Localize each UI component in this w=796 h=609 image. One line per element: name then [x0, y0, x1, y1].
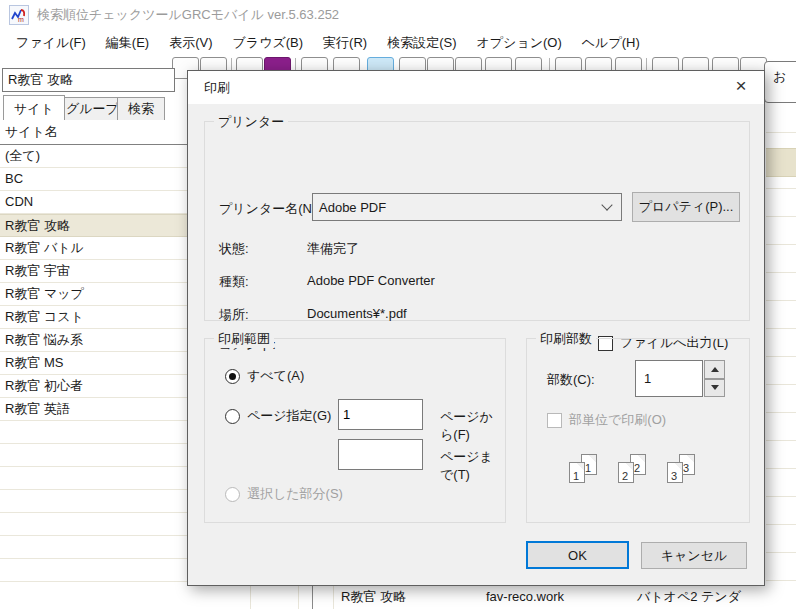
page-icon: 1 — [569, 462, 585, 483]
copies-label: 部数(C): — [547, 371, 595, 389]
printer-group: プリンター プリンター名(N): Adobe PDF プロパティ(P)... 状… — [204, 121, 750, 321]
status-label: 状態: — [219, 240, 249, 258]
site-filter-combobox[interactable]: R教官 攻略 — [2, 68, 175, 92]
menu-item[interactable]: ファイル(F) — [6, 31, 96, 55]
cancel-button[interactable]: キャンセル — [641, 542, 747, 569]
site-list-empty-row — [0, 467, 187, 490]
type-value: Adobe PDF Converter — [307, 273, 435, 288]
ok-button[interactable]: OK — [526, 541, 629, 569]
range-all-radio[interactable] — [225, 369, 240, 384]
tab-label: 検索 — [128, 101, 154, 116]
dialog-title-bar[interactable]: 印刷 × — [188, 71, 764, 104]
site-list-item[interactable]: R教官 MS — [0, 352, 187, 375]
site-list-item[interactable]: (全て) — [0, 145, 187, 168]
right-panel-rows — [766, 105, 796, 609]
site-list-empty-row — [0, 444, 187, 467]
site-list-header[interactable]: サイト名 — [0, 120, 187, 145]
panel-border — [312, 586, 313, 609]
range-selection-radio — [225, 487, 240, 502]
menu-item[interactable]: ヘルプ(H) — [572, 31, 650, 55]
printer-name-combobox[interactable]: Adobe PDF — [312, 193, 622, 221]
range-selection-label: 選択した部分(S) — [247, 485, 343, 503]
menu-item[interactable]: 実行(R) — [313, 31, 377, 55]
dialog-title: 印刷 — [204, 71, 230, 104]
site-list-empty-row — [0, 513, 187, 536]
menu-item[interactable]: 表示(V) — [159, 31, 222, 55]
copies-value[interactable]: 1 — [635, 360, 703, 397]
cell-site[interactable]: R教官 攻略 — [341, 586, 406, 609]
close-icon[interactable]: × — [718, 71, 764, 103]
menu-item[interactable]: ブラウズ(B) — [223, 31, 314, 55]
collate-label: 部単位で印刷(O) — [569, 411, 666, 429]
window-title: 検索順位チェックツールGRCモバイル ver.5.63.252 — [37, 6, 339, 24]
site-list-item[interactable]: BC — [0, 168, 187, 191]
menu-item[interactable]: オプション(O) — [466, 31, 571, 55]
title-bar: m 検索順位チェックツールGRCモバイル ver.5.63.252 — [0, 0, 796, 30]
printer-name-value: Adobe PDF — [313, 200, 603, 215]
collate-page-pair: 2 2 — [614, 454, 650, 483]
spin-down-icon[interactable] — [704, 379, 725, 398]
favorites-button[interactable]: お — [764, 61, 796, 103]
tab-label: グループ — [66, 101, 119, 116]
location-label: 場所: — [219, 306, 249, 324]
collate-pages-icon: 1 1 2 2 3 3 — [565, 454, 699, 483]
column-separator — [298, 586, 299, 609]
site-list-item[interactable]: R教官 コスト — [0, 306, 187, 329]
menu-item[interactable]: 検索設定(S) — [377, 31, 466, 55]
page-to-input[interactable] — [338, 439, 423, 470]
site-list-item[interactable]: R教官 宇宙 — [0, 260, 187, 283]
background-table-row: R教官 攻略 fav-reco.work バトオペ2 テンダ — [0, 586, 796, 609]
site-list-item[interactable]: R教官 英語 — [0, 398, 187, 421]
site-list-empty-row — [0, 536, 187, 559]
menu-item[interactable]: 編集(E) — [96, 31, 159, 55]
right-panel-selected-row — [766, 148, 796, 177]
site-list-item[interactable]: CDN — [0, 191, 187, 214]
column-separator — [333, 586, 334, 609]
site-list-item[interactable]: R教官 初心者 — [0, 375, 187, 398]
type-label: 種類: — [219, 273, 249, 291]
range-selection-field: 選択した部分(S) — [225, 485, 343, 503]
site-list-empty-row — [0, 490, 187, 513]
tab-label: サイト — [14, 101, 54, 116]
copies-group-label: 印刷部数 — [536, 330, 596, 348]
page-icon: 3 — [667, 462, 683, 483]
printer-name-label: プリンター名(N): — [219, 200, 320, 218]
page-icon: 2 — [618, 462, 634, 483]
range-pages-field[interactable]: ページ指定(G) — [225, 407, 331, 425]
column-separator — [250, 586, 251, 609]
copies-spinner[interactable]: 1 — [635, 360, 725, 397]
cell-keyword[interactable]: バトオペ2 テンダ — [637, 586, 741, 609]
range-group-label: 印刷範囲 — [214, 330, 274, 348]
site-list-item[interactable]: R教官 バトル — [0, 237, 187, 260]
site-list: (全て)BCCDNR教官 攻略R教官 バトルR教官 宇宙R教官 マップR教官 コ… — [0, 145, 187, 609]
site-list-empty-row — [0, 559, 187, 582]
status-value: 準備完了 — [307, 240, 359, 258]
properties-button[interactable]: プロパティ(P)... — [632, 192, 740, 222]
collate-page-pair: 3 3 — [663, 454, 699, 483]
location-value: Documents¥*.pdf — [307, 306, 407, 321]
page-to-label: ページまで(T) — [440, 448, 505, 484]
spin-up-icon[interactable] — [704, 360, 725, 379]
tab-site[interactable]: サイト — [3, 95, 65, 120]
app-icon: m — [9, 5, 29, 25]
collate-checkbox — [547, 413, 562, 428]
site-list-item[interactable]: R教官 攻略 — [0, 214, 187, 237]
range-all-field[interactable]: すべて(A) — [225, 367, 304, 385]
collate-page-pair: 1 1 — [565, 454, 601, 483]
range-pages-radio[interactable] — [225, 409, 240, 424]
site-list-empty-row — [0, 421, 187, 444]
site-list-item[interactable]: R教官 マップ — [0, 283, 187, 306]
collate-field: 部単位で印刷(O) — [547, 411, 666, 429]
print-dialog: 印刷 × プリンター プリンター名(N): Adobe PDF プロパティ(P)… — [187, 70, 765, 586]
page-from-label: ページから(F) — [440, 408, 505, 444]
site-list-item[interactable]: R教官 悩み系 — [0, 329, 187, 352]
print-range-group: 印刷範囲 すべて(A) ページ指定(G) ページから(F) ページまで(T) 選… — [204, 338, 506, 523]
range-all-label: すべて(A) — [247, 367, 304, 385]
tab-search[interactable]: 検索 — [117, 97, 165, 120]
copies-group: 印刷部数 部数(C): 1 部単位で印刷(O) 1 1 2 2 — [526, 338, 750, 523]
menu-bar: ファイル(F)編集(E)表示(V)ブラウズ(B)実行(R)検索設定(S)オプショ… — [0, 30, 796, 56]
page-from-input[interactable] — [338, 399, 423, 430]
cell-url[interactable]: fav-reco.work — [486, 586, 564, 609]
range-pages-label: ページ指定(G) — [247, 407, 331, 425]
printer-group-label: プリンター — [214, 113, 288, 131]
